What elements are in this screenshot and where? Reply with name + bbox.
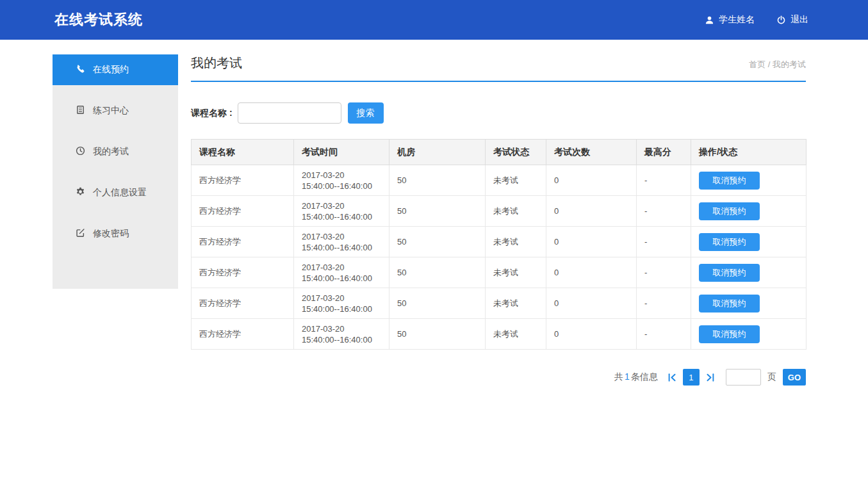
course-name-label: 课程名称 : bbox=[191, 108, 233, 119]
logout-label: 退出 bbox=[790, 14, 808, 26]
exam-time-range: 15:40:00--16:40:00 bbox=[302, 273, 381, 284]
sidebar-item-label: 在线预约 bbox=[93, 64, 129, 76]
cancel-booking-button[interactable]: 取消预约 bbox=[699, 264, 760, 282]
gear-icon bbox=[76, 187, 85, 199]
cell-score: - bbox=[637, 196, 691, 227]
cell-count: 0 bbox=[546, 196, 637, 227]
sidebar-item-online-booking[interactable]: 在线预约 bbox=[53, 54, 178, 85]
user-icon bbox=[705, 15, 714, 25]
exam-table: 课程名称 考试时间 机房 考试状态 考试次数 最高分 操作/状态 西方经济学 2… bbox=[191, 139, 807, 350]
cell-score: - bbox=[637, 319, 691, 350]
exam-time-range: 15:40:00--16:40:00 bbox=[302, 242, 381, 253]
pagination: 共1条信息 1 页 GO bbox=[191, 369, 806, 386]
cell-course: 西方经济学 bbox=[192, 227, 294, 257]
sidebar-item-practice-center[interactable]: 练习中心 bbox=[53, 95, 178, 126]
cell-course: 西方经济学 bbox=[192, 288, 294, 319]
cell-score: - bbox=[637, 288, 691, 319]
page-prev-icon[interactable] bbox=[666, 372, 679, 383]
user-name-label: 学生姓名 bbox=[719, 14, 755, 26]
cell-count: 0 bbox=[546, 257, 637, 288]
title-row: 我的考试 首页 / 我的考试 bbox=[191, 54, 806, 82]
col-header-count: 考试次数 bbox=[546, 140, 637, 165]
cell-exam-time: 2017-03-20 15:40:00--16:40:00 bbox=[294, 227, 389, 257]
total-count: 1 bbox=[623, 371, 631, 382]
table-row: 西方经济学 2017-03-20 15:40:00--16:40:00 50 未… bbox=[192, 196, 807, 227]
page-number-input[interactable] bbox=[726, 369, 761, 386]
header-row: 课程名称 考试时间 机房 考试状态 考试次数 最高分 操作/状态 bbox=[192, 140, 807, 165]
pagination-total: 共1条信息 bbox=[614, 371, 658, 383]
sidebar-item-label: 练习中心 bbox=[93, 105, 129, 117]
cancel-booking-button[interactable]: 取消预约 bbox=[699, 233, 760, 251]
cancel-booking-button[interactable]: 取消预约 bbox=[699, 172, 760, 190]
logout-button[interactable]: 退出 bbox=[776, 14, 808, 26]
sidebar: 在线预约 练习中心 我的考试 个人信息设置 修改密码 bbox=[53, 54, 178, 289]
search-row: 课程名称 : 搜索 bbox=[191, 102, 806, 124]
exam-date: 2017-03-20 bbox=[302, 200, 381, 211]
sidebar-item-my-exams[interactable]: 我的考试 bbox=[53, 136, 178, 167]
table-row: 西方经济学 2017-03-20 15:40:00--16:40:00 50 未… bbox=[192, 257, 807, 288]
col-header-room: 机房 bbox=[389, 140, 486, 165]
cell-action: 取消预约 bbox=[691, 227, 807, 257]
cell-action: 取消预约 bbox=[691, 196, 807, 227]
cell-score: - bbox=[637, 165, 691, 196]
total-prefix: 共 bbox=[614, 371, 623, 382]
page-next-icon[interactable] bbox=[703, 372, 717, 383]
cell-status: 未考试 bbox=[486, 227, 546, 257]
breadcrumb-separator: / bbox=[766, 60, 773, 69]
col-header-action: 操作/状态 bbox=[691, 140, 807, 165]
exam-time-range: 15:40:00--16:40:00 bbox=[302, 304, 381, 314]
exam-time-range: 15:40:00--16:40:00 bbox=[302, 211, 381, 222]
cell-status: 未考试 bbox=[486, 165, 546, 196]
exam-date: 2017-03-20 bbox=[302, 262, 381, 273]
course-name-input[interactable] bbox=[238, 102, 341, 124]
cell-action: 取消预约 bbox=[691, 319, 807, 350]
table-row: 西方经济学 2017-03-20 15:40:00--16:40:00 50 未… bbox=[192, 288, 807, 319]
cell-status: 未考试 bbox=[486, 257, 546, 288]
sidebar-item-label: 我的考试 bbox=[93, 146, 129, 158]
sidebar-item-label: 个人信息设置 bbox=[93, 187, 147, 199]
breadcrumb-current: 我的考试 bbox=[773, 60, 806, 69]
cell-room: 50 bbox=[389, 165, 486, 196]
book-icon bbox=[76, 105, 85, 117]
exam-date: 2017-03-20 bbox=[302, 323, 381, 334]
page-unit-label: 页 bbox=[767, 371, 776, 383]
topbar: 在线考试系统 学生姓名 退出 bbox=[0, 0, 868, 40]
breadcrumb-home-link[interactable]: 首页 bbox=[749, 60, 766, 69]
cell-count: 0 bbox=[546, 227, 637, 257]
cancel-booking-button[interactable]: 取消预约 bbox=[699, 325, 760, 343]
clock-icon bbox=[76, 146, 85, 158]
cell-count: 0 bbox=[546, 319, 637, 350]
cell-course: 西方经济学 bbox=[192, 196, 294, 227]
exam-date: 2017-03-20 bbox=[302, 293, 381, 304]
sidebar-item-profile-settings[interactable]: 个人信息设置 bbox=[53, 177, 178, 208]
exam-table-head: 课程名称 考试时间 机房 考试状态 考试次数 最高分 操作/状态 bbox=[192, 140, 807, 165]
table-row: 西方经济学 2017-03-20 15:40:00--16:40:00 50 未… bbox=[192, 165, 807, 196]
cell-count: 0 bbox=[546, 288, 637, 319]
search-button[interactable]: 搜索 bbox=[348, 102, 384, 124]
page-title: 我的考试 bbox=[191, 54, 242, 72]
cell-room: 50 bbox=[389, 288, 486, 319]
sidebar-item-change-password[interactable]: 修改密码 bbox=[53, 218, 178, 249]
cell-course: 西方经济学 bbox=[192, 257, 294, 288]
app-title: 在线考试系统 bbox=[54, 10, 143, 29]
cell-exam-time: 2017-03-20 15:40:00--16:40:00 bbox=[294, 319, 389, 350]
cell-exam-time: 2017-03-20 15:40:00--16:40:00 bbox=[294, 196, 389, 227]
user-menu[interactable]: 学生姓名 bbox=[705, 14, 755, 26]
table-row: 西方经济学 2017-03-20 15:40:00--16:40:00 50 未… bbox=[192, 227, 807, 257]
cell-course: 西方经济学 bbox=[192, 319, 294, 350]
phone-icon bbox=[76, 64, 85, 76]
cell-action: 取消预约 bbox=[691, 257, 807, 288]
cancel-booking-button[interactable]: 取消预约 bbox=[699, 202, 760, 220]
breadcrumb: 首页 / 我的考试 bbox=[749, 59, 806, 70]
current-page-button[interactable]: 1 bbox=[683, 369, 700, 386]
col-header-course: 课程名称 bbox=[192, 140, 294, 165]
col-header-time: 考试时间 bbox=[294, 140, 389, 165]
col-header-status: 考试状态 bbox=[486, 140, 546, 165]
go-button[interactable]: GO bbox=[783, 369, 806, 386]
cancel-booking-button[interactable]: 取消预约 bbox=[699, 295, 760, 313]
page-body: 在线预约 练习中心 我的考试 个人信息设置 修改密码 bbox=[0, 40, 868, 386]
col-header-score: 最高分 bbox=[637, 140, 691, 165]
cell-score: - bbox=[637, 227, 691, 257]
total-suffix: 条信息 bbox=[631, 371, 658, 382]
power-icon bbox=[776, 15, 786, 25]
